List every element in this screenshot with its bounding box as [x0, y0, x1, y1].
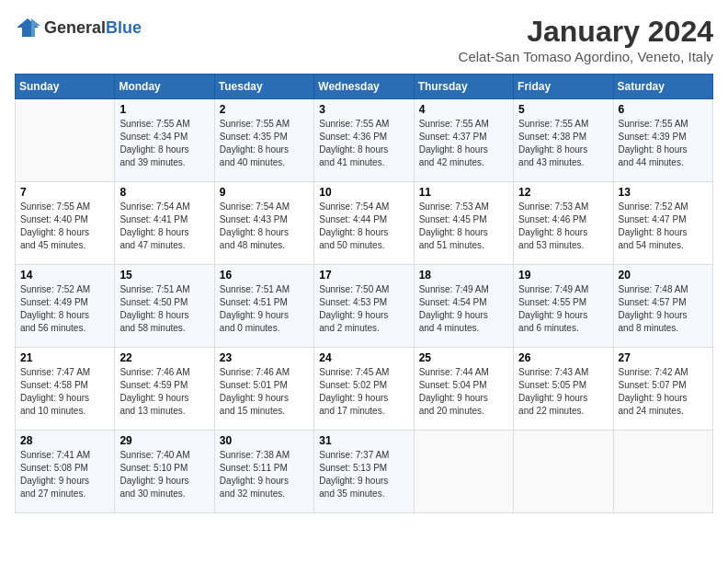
day-number: 4 — [419, 103, 508, 116]
day-info: Sunrise: 7:55 AM Sunset: 4:34 PM Dayligh… — [119, 118, 209, 169]
day-info: Sunrise: 7:38 AM Sunset: 5:11 PM Dayligh… — [220, 449, 309, 500]
day-info: Sunrise: 7:45 AM Sunset: 5:02 PM Dayligh… — [319, 366, 408, 418]
weekday-header-monday: Monday — [115, 75, 214, 99]
day-number: 6 — [619, 103, 708, 116]
calendar-cell: 4Sunrise: 7:55 AM Sunset: 4:37 PM Daylig… — [414, 99, 513, 182]
day-number: 21 — [20, 351, 109, 364]
day-info: Sunrise: 7:51 AM Sunset: 4:50 PM Dayligh… — [119, 283, 209, 335]
calendar-cell: 10Sunrise: 7:54 AM Sunset: 4:44 PM Dayli… — [314, 182, 414, 265]
calendar-cell: 18Sunrise: 7:49 AM Sunset: 4:54 PM Dayli… — [414, 265, 513, 348]
calendar-cell: 13Sunrise: 7:52 AM Sunset: 4:47 PM Dayli… — [613, 182, 712, 265]
day-number: 16 — [220, 269, 309, 282]
day-number: 24 — [319, 351, 408, 364]
day-info: Sunrise: 7:52 AM Sunset: 4:49 PM Dayligh… — [20, 283, 109, 335]
calendar-cell: 15Sunrise: 7:51 AM Sunset: 4:50 PM Dayli… — [115, 265, 214, 348]
weekday-header-thursday: Thursday — [414, 75, 513, 99]
calendar-cell: 22Sunrise: 7:46 AM Sunset: 4:59 PM Dayli… — [115, 348, 214, 431]
calendar-cell — [514, 431, 613, 513]
weekday-header-row: SundayMondayTuesdayWednesdayThursdayFrid… — [16, 75, 713, 99]
day-number: 10 — [319, 186, 408, 199]
calendar-cell: 27Sunrise: 7:42 AM Sunset: 5:07 PM Dayli… — [613, 348, 712, 431]
day-info: Sunrise: 7:42 AM Sunset: 5:07 PM Dayligh… — [619, 366, 708, 418]
calendar-cell: 16Sunrise: 7:51 AM Sunset: 4:51 PM Dayli… — [214, 265, 313, 348]
calendar-cell: 7Sunrise: 7:55 AM Sunset: 4:40 PM Daylig… — [16, 182, 115, 265]
day-number: 7 — [20, 186, 109, 199]
calendar-cell: 29Sunrise: 7:40 AM Sunset: 5:10 PM Dayli… — [115, 431, 214, 513]
day-info: Sunrise: 7:53 AM Sunset: 4:45 PM Dayligh… — [419, 201, 508, 252]
day-number: 23 — [220, 351, 309, 364]
day-info: Sunrise: 7:54 AM Sunset: 4:41 PM Dayligh… — [119, 201, 209, 252]
day-number: 15 — [119, 269, 209, 282]
logo-blue: Blue — [106, 18, 142, 37]
calendar-week-row: 28Sunrise: 7:41 AM Sunset: 5:08 PM Dayli… — [16, 431, 713, 513]
location-title: Celat-San Tomaso Agordino, Veneto, Italy — [459, 49, 713, 64]
day-info: Sunrise: 7:43 AM Sunset: 5:05 PM Dayligh… — [518, 366, 608, 418]
calendar-cell: 14Sunrise: 7:52 AM Sunset: 4:49 PM Dayli… — [16, 265, 115, 348]
day-info: Sunrise: 7:48 AM Sunset: 4:57 PM Dayligh… — [619, 283, 708, 335]
day-number: 3 — [319, 103, 408, 116]
calendar-cell: 26Sunrise: 7:43 AM Sunset: 5:05 PM Dayli… — [514, 348, 613, 431]
weekday-header-sunday: Sunday — [16, 75, 115, 99]
day-info: Sunrise: 7:44 AM Sunset: 5:04 PM Dayligh… — [419, 366, 508, 418]
day-info: Sunrise: 7:50 AM Sunset: 4:53 PM Dayligh… — [319, 283, 408, 335]
calendar-cell: 8Sunrise: 7:54 AM Sunset: 4:41 PM Daylig… — [115, 182, 214, 265]
month-title: January 2024 — [459, 15, 713, 49]
day-info: Sunrise: 7:55 AM Sunset: 4:35 PM Dayligh… — [220, 118, 309, 169]
day-info: Sunrise: 7:55 AM Sunset: 4:40 PM Dayligh… — [20, 201, 109, 252]
day-number: 26 — [518, 351, 608, 364]
day-info: Sunrise: 7:53 AM Sunset: 4:46 PM Dayligh… — [518, 201, 608, 252]
day-info: Sunrise: 7:37 AM Sunset: 5:13 PM Dayligh… — [319, 449, 408, 500]
calendar-cell: 6Sunrise: 7:55 AM Sunset: 4:39 PM Daylig… — [613, 99, 712, 182]
day-number: 12 — [518, 186, 608, 199]
logo-general: General — [44, 18, 106, 37]
title-area: January 2024 Celat-San Tomaso Agordino, … — [459, 15, 713, 64]
page-header: GeneralBlue January 2024 Celat-San Tomas… — [15, 15, 713, 64]
day-number: 13 — [619, 186, 708, 199]
logo-icon — [15, 15, 40, 40]
weekday-header-saturday: Saturday — [613, 75, 712, 99]
logo: GeneralBlue — [15, 15, 142, 40]
calendar-cell: 2Sunrise: 7:55 AM Sunset: 4:35 PM Daylig… — [214, 99, 313, 182]
calendar-cell — [414, 431, 513, 513]
calendar-cell: 11Sunrise: 7:53 AM Sunset: 4:45 PM Dayli… — [414, 182, 513, 265]
calendar-cell: 5Sunrise: 7:55 AM Sunset: 4:38 PM Daylig… — [514, 99, 613, 182]
calendar-cell: 9Sunrise: 7:54 AM Sunset: 4:43 PM Daylig… — [214, 182, 313, 265]
day-number: 30 — [220, 434, 309, 447]
day-number: 9 — [220, 186, 309, 199]
calendar-cell: 31Sunrise: 7:37 AM Sunset: 5:13 PM Dayli… — [314, 431, 414, 513]
calendar-week-row: 7Sunrise: 7:55 AM Sunset: 4:40 PM Daylig… — [16, 182, 713, 265]
calendar-cell: 20Sunrise: 7:48 AM Sunset: 4:57 PM Dayli… — [613, 265, 712, 348]
calendar-table: SundayMondayTuesdayWednesdayThursdayFrid… — [15, 74, 713, 513]
day-info: Sunrise: 7:41 AM Sunset: 5:08 PM Dayligh… — [20, 449, 109, 500]
day-number: 25 — [419, 351, 508, 364]
day-info: Sunrise: 7:49 AM Sunset: 4:54 PM Dayligh… — [419, 283, 508, 335]
day-info: Sunrise: 7:47 AM Sunset: 4:58 PM Dayligh… — [20, 366, 109, 418]
day-info: Sunrise: 7:54 AM Sunset: 4:43 PM Dayligh… — [220, 201, 309, 252]
day-info: Sunrise: 7:55 AM Sunset: 4:37 PM Dayligh… — [419, 118, 508, 169]
day-number: 29 — [119, 434, 209, 447]
day-info: Sunrise: 7:46 AM Sunset: 5:01 PM Dayligh… — [220, 366, 309, 418]
day-number: 22 — [119, 351, 209, 364]
day-number: 19 — [518, 269, 608, 282]
calendar-week-row: 14Sunrise: 7:52 AM Sunset: 4:49 PM Dayli… — [16, 265, 713, 348]
day-number: 20 — [619, 269, 708, 282]
calendar-cell: 3Sunrise: 7:55 AM Sunset: 4:36 PM Daylig… — [314, 99, 414, 182]
weekday-header-tuesday: Tuesday — [214, 75, 313, 99]
day-number: 28 — [20, 434, 109, 447]
day-number: 14 — [20, 269, 109, 282]
calendar-cell: 28Sunrise: 7:41 AM Sunset: 5:08 PM Dayli… — [16, 431, 115, 513]
day-info: Sunrise: 7:51 AM Sunset: 4:51 PM Dayligh… — [220, 283, 309, 335]
day-info: Sunrise: 7:49 AM Sunset: 4:55 PM Dayligh… — [518, 283, 608, 335]
day-info: Sunrise: 7:55 AM Sunset: 4:39 PM Dayligh… — [619, 118, 708, 169]
calendar-cell: 23Sunrise: 7:46 AM Sunset: 5:01 PM Dayli… — [214, 348, 313, 431]
day-number: 11 — [419, 186, 508, 199]
weekday-header-wednesday: Wednesday — [314, 75, 414, 99]
day-number: 27 — [619, 351, 708, 364]
calendar-cell: 25Sunrise: 7:44 AM Sunset: 5:04 PM Dayli… — [414, 348, 513, 431]
day-number: 5 — [518, 103, 608, 116]
day-info: Sunrise: 7:55 AM Sunset: 4:36 PM Dayligh… — [319, 118, 408, 169]
calendar-cell: 30Sunrise: 7:38 AM Sunset: 5:11 PM Dayli… — [214, 431, 313, 513]
day-info: Sunrise: 7:46 AM Sunset: 4:59 PM Dayligh… — [119, 366, 209, 418]
day-number: 8 — [119, 186, 209, 199]
calendar-week-row: 1Sunrise: 7:55 AM Sunset: 4:34 PM Daylig… — [16, 99, 713, 182]
